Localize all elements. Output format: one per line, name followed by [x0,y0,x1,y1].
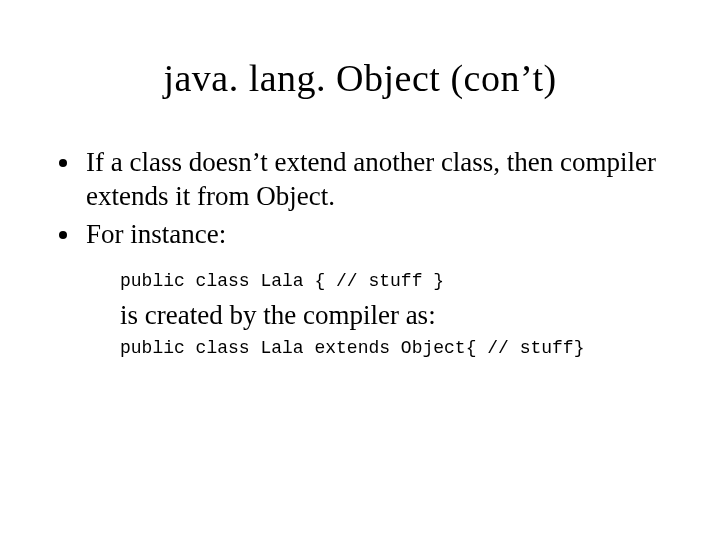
slide-title: java. lang. Object (con’t) [48,56,672,100]
bullet-item: If a class doesn’t extend another class,… [82,146,672,214]
code-before: public class Lala { // stuff } [120,269,672,294]
code-after: public class Lala extends Object{ // stu… [120,336,672,361]
bullet-list: If a class doesn’t extend another class,… [48,146,672,251]
explain-text: is created by the compiler as: [120,298,672,333]
slide: java. lang. Object (con’t) If a class do… [0,0,720,540]
example-block: public class Lala { // stuff } is create… [120,269,672,360]
bullet-item: For instance: [82,218,672,252]
